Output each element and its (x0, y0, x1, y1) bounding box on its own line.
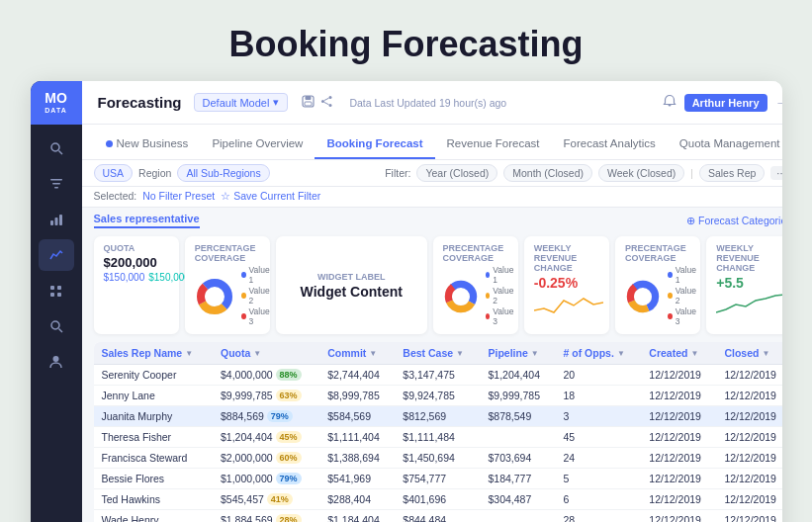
cell-created: 12/12/2019 (641, 365, 716, 386)
cell-created: 12/12/2019 (641, 489, 716, 510)
col-name-filter-icon[interactable]: ▼ (185, 349, 193, 358)
table-row[interactable]: Wade Henry $1,884,569 28% $1,184,404 $84… (94, 510, 782, 523)
forecast-categories-btn[interactable]: ⊕ Forecast Categories (686, 215, 781, 226)
tab-new-business[interactable]: New Business (94, 130, 201, 159)
table-row[interactable]: Francisca Steward $2,000,000 60% $1,388,… (94, 448, 782, 469)
tab-new-business-label: New Business (117, 137, 189, 149)
svg-rect-11 (57, 293, 61, 297)
widget-quota: Quota $200,000 $150,000 $150,000 (94, 236, 179, 334)
filter-usa[interactable]: USA (94, 164, 134, 182)
table-row[interactable]: Theresa Fisher $1,204,404 45% $1,111,404… (94, 427, 782, 448)
cell-opps: 24 (556, 448, 642, 469)
svg-line-22 (324, 98, 329, 100)
cell-pipeline: $1,204,404 (480, 365, 555, 386)
sidebar-icon-search2[interactable] (39, 310, 74, 342)
col-quota: Quota▼ (213, 342, 319, 365)
filter-sub-region[interactable]: All Sub-Regions (177, 164, 269, 182)
col-commit-filter-icon[interactable]: ▼ (369, 349, 377, 358)
sidebar-icon-filter[interactable] (39, 168, 74, 200)
selected-label: Selected: (94, 190, 137, 202)
donut3-content: Value 1 Value 2 Value 3 (625, 265, 690, 327)
cell-commit: $2,744,404 (319, 365, 395, 386)
filter-more[interactable]: ··· (770, 166, 781, 180)
svg-rect-17 (306, 96, 312, 100)
sidebar-logo: MO DATA (31, 81, 82, 125)
main-content: Forecasting Default Model ▾ Data Last Up… (82, 81, 782, 522)
sidebar-icon-search[interactable] (39, 132, 74, 164)
cell-commit: $1,388,694 (319, 448, 395, 469)
save-filter-btn[interactable]: ☆ Save Current Filter (221, 190, 320, 202)
save-icon[interactable] (302, 95, 315, 111)
sidebar-icon-chart-line[interactable] (39, 239, 74, 271)
topbar-icons (302, 95, 333, 111)
share-icon[interactable] (320, 95, 333, 111)
svg-rect-7 (59, 215, 62, 225)
cell-opps: 3 (556, 406, 642, 427)
donut2-legend: Value 1 Value 2 Value 3 (486, 265, 515, 327)
col-quota-label: Quota (221, 347, 250, 359)
tab-booking-forecast[interactable]: Booking Forecast (315, 130, 434, 159)
cell-closed: 12/12/2019 (716, 510, 781, 523)
cell-name: Serenity Cooper (94, 365, 214, 386)
tab-revenue-forecast[interactable]: Revenue Forecast (435, 130, 552, 159)
svg-point-21 (329, 104, 332, 107)
col-name: Sales Rep Name▼ (94, 342, 214, 365)
col-opps-filter-icon[interactable]: ▼ (617, 349, 625, 358)
svg-rect-10 (50, 293, 54, 297)
cell-best: $3,147,475 (395, 365, 480, 386)
filter-week[interactable]: Week (Closed) (598, 164, 684, 182)
cell-created: 12/12/2019 (641, 469, 716, 489)
selected-bar: Selected: No Filter Preset ☆ Save Curren… (82, 187, 782, 208)
col-closed: Closed▼ (716, 342, 781, 365)
col-pipeline-filter-icon[interactable]: ▼ (531, 349, 539, 358)
cell-name: Bessie Flores (94, 469, 214, 489)
table-row[interactable]: Jenny Lane $9,999,785 63% $8,999,785 $9,… (94, 386, 782, 406)
sales-rep-bar: Sales representative ⊕ Forecast Categori… (82, 208, 782, 230)
bell-icon[interactable] (663, 94, 677, 111)
cell-closed: 12/12/2019 (716, 386, 781, 406)
sidebar-icon-grid[interactable] (39, 275, 74, 306)
logout-icon[interactable]: → (775, 95, 782, 110)
tab-pipeline-overview[interactable]: Pipeline Overview (200, 130, 315, 159)
topbar-model[interactable]: Default Model ▾ (194, 93, 289, 112)
widget-change1: Weekly Revenue Change -0.25% (524, 236, 609, 334)
quota-sub1: $150,000 (104, 272, 145, 283)
svg-rect-3 (52, 183, 60, 185)
cell-created: 12/12/2019 (641, 510, 716, 523)
new-biz-dot (106, 140, 113, 147)
table-container: Sales Rep Name▼ Quota▼ Commit▼ Best Case… (82, 338, 782, 522)
tab-forecast-analytics[interactable]: Forecast Analytics (552, 130, 668, 159)
sidebar-icon-user[interactable] (39, 346, 74, 378)
svg-rect-2 (50, 179, 62, 181)
filter-sales-rep[interactable]: Sales Rep (699, 164, 765, 182)
filter-month[interactable]: Month (Closed) (503, 164, 592, 182)
sidebar-icon-chart-bar[interactable] (39, 204, 74, 235)
cell-created: 12/12/2019 (641, 448, 716, 469)
pct-badge: 41% (267, 493, 293, 505)
cell-name: Theresa Fisher (94, 427, 214, 448)
widget-big-content: Widget Content (301, 284, 403, 300)
col-best-filter-icon[interactable]: ▼ (456, 349, 464, 358)
svg-point-20 (321, 100, 324, 103)
col-created: Created▼ (641, 342, 716, 365)
change1-label: Weekly Revenue Change (534, 243, 599, 273)
col-opps: # of Opps.▼ (556, 342, 642, 365)
filter-year[interactable]: Year (Closed) (416, 164, 497, 182)
col-closed-filter-icon[interactable]: ▼ (762, 349, 769, 358)
tab-quota-management[interactable]: Quota Management (668, 130, 782, 159)
table-row[interactable]: Serenity Cooper $4,000,000 88% $2,744,40… (94, 365, 782, 386)
col-created-filter-icon[interactable]: ▼ (690, 349, 698, 358)
col-quota-filter-icon[interactable]: ▼ (253, 349, 261, 358)
table-row[interactable]: Juanita Murphy $884,569 79% $584,569 $81… (94, 406, 782, 427)
cell-best: $1,111,484 (395, 427, 480, 448)
svg-point-19 (329, 96, 332, 99)
cell-pipeline (480, 427, 555, 448)
cell-opps: 18 (556, 386, 642, 406)
cell-best: $754,777 (395, 469, 480, 489)
no-filter-link[interactable]: No Filter Preset (142, 190, 215, 202)
table-row[interactable]: Ted Hawkins $545,457 41% $288,404 $401,6… (94, 489, 782, 510)
cell-closed: 12/12/2019 (716, 469, 781, 489)
table-row[interactable]: Bessie Flores $1,000,000 79% $541,969 $7… (94, 469, 782, 489)
donut2-content: Value 1 Value 2 Value 3 (443, 265, 508, 327)
svg-line-13 (58, 329, 62, 333)
